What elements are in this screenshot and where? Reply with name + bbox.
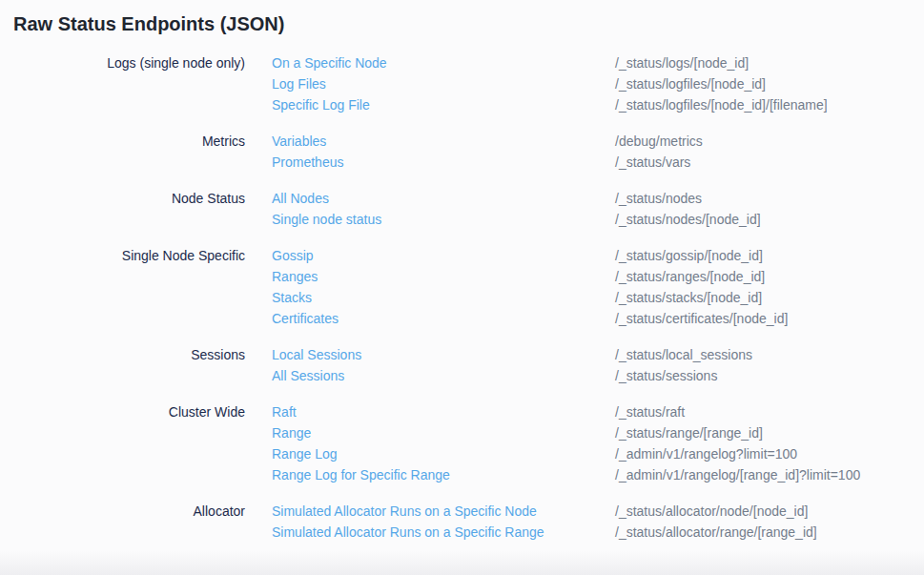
- endpoint-url: /_status/nodes/[node_id]: [615, 209, 761, 230]
- endpoint-url: /_status/allocator/range/[range_id]: [615, 522, 817, 543]
- endpoint-row: Local Sessions/_status/local_sessions: [272, 344, 752, 365]
- endpoint-section: Cluster WideRaft/_status/raftRange/_stat…: [0, 401, 924, 485]
- endpoint-section: AllocatorSimulated Allocator Runs on a S…: [0, 501, 924, 543]
- endpoint-url: /_status/logfiles/[node_id]/[filename]: [615, 94, 828, 115]
- endpoint-link[interactable]: Simulated Allocator Runs on a Specific N…: [272, 501, 615, 522]
- endpoint-row: Variables/debug/metrics: [272, 131, 703, 152]
- endpoint-link[interactable]: Specific Log File: [272, 94, 615, 115]
- endpoint-url: /_admin/v1/rangelog?limit=100: [615, 443, 797, 464]
- endpoint-row: Raft/_status/raft: [272, 401, 860, 422]
- section-rows: All Nodes/_status/nodesSingle node statu…: [272, 188, 761, 230]
- endpoint-row: Prometheus/_status/vars: [272, 152, 703, 173]
- debug-endpoints-page: Raw Status Endpoints (JSON) Logs (single…: [0, 0, 924, 543]
- section-label: Node Status: [0, 188, 245, 209]
- endpoint-section: Node StatusAll Nodes/_status/nodesSingle…: [0, 188, 924, 230]
- endpoint-row: Log Files/_status/logfiles/[node_id]: [272, 73, 828, 94]
- section-rows: Variables/debug/metricsPrometheus/_statu…: [272, 131, 703, 173]
- endpoint-link[interactable]: Simulated Allocator Runs on a Specific R…: [272, 522, 615, 543]
- section-label: Single Node Specific: [0, 245, 245, 266]
- endpoint-url: /debug/metrics: [615, 131, 703, 152]
- endpoint-url: /_admin/v1/rangelog/[range_id]?limit=100: [615, 464, 860, 485]
- section-rows: Local Sessions/_status/local_sessionsAll…: [272, 344, 752, 386]
- section-rows: Raft/_status/raftRange/_status/range/[ra…: [272, 401, 860, 485]
- endpoint-row: Simulated Allocator Runs on a Specific N…: [272, 501, 817, 522]
- section-label: Allocator: [0, 501, 245, 522]
- endpoint-url: /_status/raft: [615, 401, 685, 422]
- endpoints-table: Logs (single node only)On a Specific Nod…: [0, 52, 924, 543]
- endpoint-link[interactable]: Variables: [272, 131, 615, 152]
- endpoint-link[interactable]: Range Log: [272, 443, 615, 464]
- endpoint-link[interactable]: All Nodes: [272, 188, 615, 209]
- endpoint-link[interactable]: Prometheus: [272, 152, 615, 173]
- endpoint-url: /_status/stacks/[node_id]: [615, 287, 762, 308]
- endpoint-url: /_status/sessions: [615, 365, 717, 386]
- endpoint-url: /_status/ranges/[node_id]: [615, 266, 765, 287]
- endpoint-url: /_status/local_sessions: [615, 344, 752, 365]
- endpoint-link[interactable]: Range: [272, 422, 615, 443]
- endpoint-section: SessionsLocal Sessions/_status/local_ses…: [0, 344, 924, 386]
- section-label: Cluster Wide: [0, 401, 245, 422]
- section-label: Metrics: [0, 131, 245, 152]
- endpoint-row: On a Specific Node/_status/logs/[node_id…: [272, 52, 828, 73]
- endpoint-link[interactable]: On a Specific Node: [272, 52, 615, 73]
- endpoint-row: All Sessions/_status/sessions: [272, 365, 752, 386]
- endpoint-row: Ranges/_status/ranges/[node_id]: [272, 266, 788, 287]
- section-label: Logs (single node only): [0, 52, 245, 73]
- endpoint-link[interactable]: Ranges: [272, 266, 615, 287]
- endpoint-section: MetricsVariables/debug/metricsPrometheus…: [0, 131, 924, 173]
- section-rows: Gossip/_status/gossip/[node_id]Ranges/_s…: [272, 245, 788, 329]
- section-label: Sessions: [0, 344, 245, 365]
- endpoint-link[interactable]: Raft: [272, 401, 615, 422]
- endpoint-row: Single node status/_status/nodes/[node_i…: [272, 209, 761, 230]
- endpoint-row: Gossip/_status/gossip/[node_id]: [272, 245, 788, 266]
- endpoint-link[interactable]: Stacks: [272, 287, 615, 308]
- endpoint-url: /_status/logs/[node_id]: [615, 52, 749, 73]
- page-title: Raw Status Endpoints (JSON): [13, 12, 924, 35]
- endpoint-url: /_status/allocator/node/[node_id]: [615, 501, 808, 522]
- section-rows: On a Specific Node/_status/logs/[node_id…: [272, 52, 828, 115]
- endpoint-row: Certificates/_status/certificates/[node_…: [272, 308, 788, 329]
- endpoint-link[interactable]: Local Sessions: [272, 344, 615, 365]
- endpoint-row: Range Log/_admin/v1/rangelog?limit=100: [272, 443, 860, 464]
- endpoint-section: Logs (single node only)On a Specific Nod…: [0, 52, 924, 115]
- endpoint-link[interactable]: All Sessions: [272, 365, 615, 386]
- endpoint-row: Stacks/_status/stacks/[node_id]: [272, 287, 788, 308]
- endpoint-link[interactable]: Range Log for Specific Range: [272, 464, 615, 485]
- endpoint-row: Range Log for Specific Range/_admin/v1/r…: [272, 464, 860, 485]
- endpoint-row: Simulated Allocator Runs on a Specific R…: [272, 522, 817, 543]
- endpoint-row: Range/_status/range/[range_id]: [272, 422, 860, 443]
- endpoint-row: All Nodes/_status/nodes: [272, 188, 761, 209]
- endpoint-url: /_status/vars: [615, 152, 690, 173]
- page-bottom-strip: [0, 550, 924, 575]
- endpoint-url: /_status/range/[range_id]: [615, 422, 763, 443]
- endpoint-url: /_status/nodes: [615, 188, 702, 209]
- endpoint-link[interactable]: Single node status: [272, 209, 615, 230]
- section-rows: Simulated Allocator Runs on a Specific N…: [272, 501, 817, 543]
- endpoint-url: /_status/gossip/[node_id]: [615, 245, 763, 266]
- endpoint-section: Single Node SpecificGossip/_status/gossi…: [0, 245, 924, 329]
- endpoint-link[interactable]: Certificates: [272, 308, 615, 329]
- endpoint-link[interactable]: Gossip: [272, 245, 615, 266]
- endpoint-row: Specific Log File/_status/logfiles/[node…: [272, 94, 828, 115]
- endpoint-url: /_status/certificates/[node_id]: [615, 308, 788, 329]
- endpoint-url: /_status/logfiles/[node_id]: [615, 73, 766, 94]
- endpoint-link[interactable]: Log Files: [272, 73, 615, 94]
